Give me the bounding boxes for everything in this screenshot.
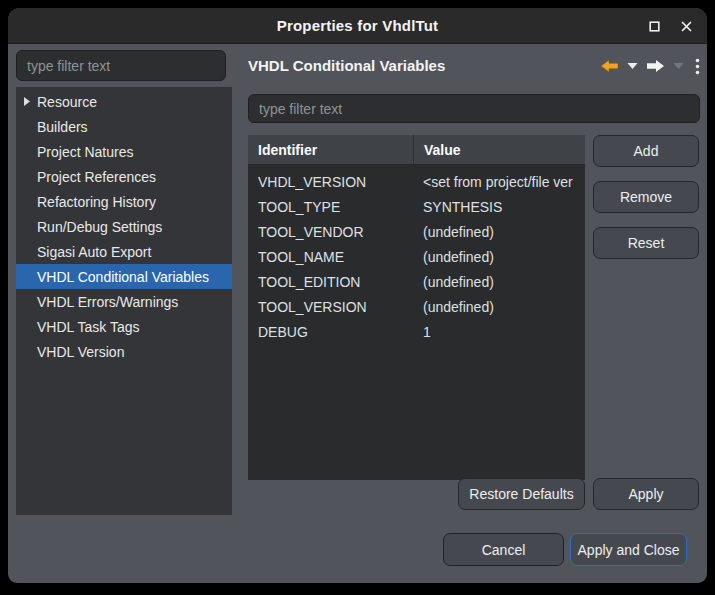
close-icon (681, 18, 692, 36)
table-row[interactable]: DEBUG1 (248, 319, 585, 344)
maximize-button[interactable] (643, 16, 665, 38)
column-header-identifier[interactable]: Identifier (248, 135, 413, 164)
back-icon[interactable] (600, 59, 619, 73)
forward-history-icon[interactable] (673, 62, 684, 70)
sidebar-item-label: Builders (37, 119, 88, 135)
page-title: VHDL Conditional Variables (248, 57, 445, 74)
cell-identifier: TOOL_TYPE (248, 199, 413, 215)
cell-value: (undefined) (413, 224, 585, 240)
sidebar-item-vhdl-task-tags[interactable]: VHDL Task Tags (16, 314, 232, 339)
sidebar-item-vhdl-conditional-variables[interactable]: VHDL Conditional Variables (16, 264, 232, 289)
sidebar-item-label: Run/Debug Settings (37, 219, 162, 235)
cell-identifier: VHDL_VERSION (248, 174, 413, 190)
cell-value: (undefined) (413, 249, 585, 265)
maximize-icon (649, 18, 660, 36)
cell-identifier: TOOL_EDITION (248, 274, 413, 290)
table-body: VHDL_VERSION<set from project/file ver T… (248, 165, 585, 344)
sidebar-item-label: Project Natures (37, 144, 133, 160)
cell-value: 1 (413, 324, 585, 340)
remove-button[interactable]: Remove (593, 181, 699, 213)
apply-and-close-button[interactable]: Apply and Close (570, 533, 687, 566)
sidebar-item-sigasi-auto-export[interactable]: Sigasi Auto Export (16, 239, 232, 264)
sidebar-item-label: Refactoring History (37, 194, 156, 210)
table-row[interactable]: VHDL_VERSION<set from project/file ver (248, 169, 585, 194)
cancel-button[interactable]: Cancel (443, 533, 564, 566)
cell-value: (undefined) (413, 299, 585, 315)
reset-button[interactable]: Reset (593, 227, 699, 259)
titlebar[interactable]: Properties for VhdlTut (8, 8, 707, 44)
sidebar-item-refactoring-history[interactable]: Refactoring History (16, 189, 232, 214)
sidebar-item-project-references[interactable]: Project References (16, 164, 232, 189)
cell-value: SYNTHESIS (413, 199, 585, 215)
window-title: Properties for VhdlTut (277, 17, 439, 34)
table-row[interactable]: TOOL_VENDOR(undefined) (248, 219, 585, 244)
screen-background: Properties for VhdlTut Resource Bui (0, 0, 715, 595)
sidebar-item-label: VHDL Version (37, 344, 124, 360)
sidebar-item-label: Project References (37, 169, 156, 185)
view-menu-icon[interactable] (695, 58, 700, 75)
sidebar-item-project-natures[interactable]: Project Natures (16, 139, 232, 164)
cell-identifier: TOOL_VERSION (248, 299, 413, 315)
cell-value: (undefined) (413, 274, 585, 290)
variables-filter-input[interactable] (248, 94, 700, 123)
sidebar-item-builders[interactable]: Builders (16, 114, 232, 139)
cell-identifier: DEBUG (248, 324, 413, 340)
sidebar-item-label: VHDL Conditional Variables (37, 269, 209, 285)
close-button[interactable] (675, 16, 697, 38)
properties-dialog: Properties for VhdlTut Resource Bui (8, 8, 707, 583)
page-toolbar (600, 57, 700, 75)
expander-icon[interactable] (23, 96, 32, 107)
table-row[interactable]: TOOL_EDITION(undefined) (248, 269, 585, 294)
sidebar-item-vhdl-errors-warnings[interactable]: VHDL Errors/Warnings (16, 289, 232, 314)
cell-value: <set from project/file ver (413, 174, 585, 190)
restore-defaults-button[interactable]: Restore Defaults (458, 478, 585, 510)
sidebar-item-run-debug-settings[interactable]: Run/Debug Settings (16, 214, 232, 239)
sidebar-item-label: Resource (37, 94, 97, 110)
table-row[interactable]: TOOL_VERSION(undefined) (248, 294, 585, 319)
table-header: Identifier Value (248, 135, 585, 165)
forward-icon[interactable] (646, 59, 665, 73)
sidebar-filter-input[interactable] (16, 50, 226, 81)
sidebar-item-resource[interactable]: Resource (16, 89, 232, 114)
apply-button[interactable]: Apply (593, 478, 699, 510)
cell-identifier: TOOL_NAME (248, 249, 413, 265)
sidebar-item-vhdl-version[interactable]: VHDL Version (16, 339, 232, 364)
table-row[interactable]: TOOL_TYPESYNTHESIS (248, 194, 585, 219)
sidebar-item-label: VHDL Task Tags (37, 319, 139, 335)
column-header-value[interactable]: Value (413, 135, 585, 164)
preference-tree: Resource Builders Project Natures Projec… (16, 87, 232, 515)
variables-table[interactable]: Identifier Value VHDL_VERSION<set from p… (248, 135, 585, 480)
back-history-icon[interactable] (627, 62, 638, 70)
sidebar-item-label: VHDL Errors/Warnings (37, 294, 178, 310)
cell-identifier: TOOL_VENDOR (248, 224, 413, 240)
table-row[interactable]: TOOL_NAME(undefined) (248, 244, 585, 269)
add-button[interactable]: Add (593, 135, 699, 167)
sidebar-item-label: Sigasi Auto Export (37, 244, 151, 260)
